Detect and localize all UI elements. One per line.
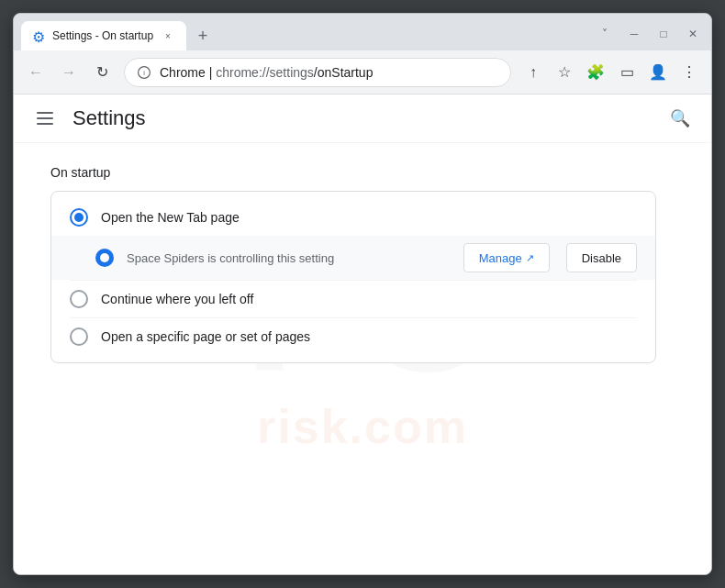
tab-favicon: ⚙	[32, 28, 47, 43]
svg-text:i: i	[143, 68, 145, 76]
toolbar: ← → ↻ i Chrome | chrome://settings/onSta…	[14, 50, 711, 94]
watermark-risk: risk.com	[257, 399, 468, 454]
toolbar-actions: ↑ ☆ 🧩 ▭ 👤 ⋮	[519, 58, 704, 87]
address-bar[interactable]: i Chrome | chrome://settings/onStartup	[124, 58, 511, 87]
option-continue-label: Continue where you left off	[101, 292, 637, 306]
title-bar: ⚙ Settings - On startup × + ˅ ─ □ ✕	[14, 14, 711, 50]
reload-button[interactable]: ↻	[87, 58, 117, 87]
option-new-tab-row[interactable]: Open the New Tab page	[51, 199, 655, 236]
option-specific-page-row[interactable]: Open a specific page or set of pages	[51, 318, 655, 355]
address-path: settings	[270, 65, 314, 80]
extension-control-row: Space Spiders is controlling this settin…	[51, 236, 655, 280]
settings-page-title: Settings	[72, 106, 652, 130]
close-button[interactable]: ✕	[682, 23, 704, 45]
disable-label: Disable	[582, 251, 621, 265]
back-button[interactable]: ←	[21, 58, 50, 87]
manage-button[interactable]: Manage ↗	[463, 243, 550, 272]
site-security-icon: i	[136, 64, 152, 81]
section-title: On startup	[50, 165, 675, 180]
tab-title: Settings - On startup	[52, 29, 155, 42]
address-highlight: /onStartup	[314, 65, 374, 80]
radio-specific-page[interactable]	[70, 327, 88, 346]
extension-icon	[95, 249, 114, 267]
address-scheme: chrome://	[216, 65, 269, 80]
chevron-down-button[interactable]: ˅	[594, 23, 616, 45]
page-content: PC risk.com Settings 🔍 On startup	[14, 94, 711, 574]
profile-button[interactable]: 👤	[643, 58, 673, 87]
sidebar-toggle-button[interactable]	[28, 102, 61, 135]
radio-new-tab-inner	[74, 213, 84, 222]
share-button[interactable]: ↑	[519, 58, 548, 87]
option-specific-page-label: Open a specific page or set of pages	[101, 329, 637, 344]
startup-options-card: Open the New Tab page Space Spiders is c…	[50, 191, 656, 363]
address-text: Chrome | chrome://settings/onStartup	[160, 65, 499, 80]
option-new-tab-label: Open the New Tab page	[101, 210, 637, 225]
radio-continue[interactable]	[70, 290, 88, 308]
search-icon: 🔍	[670, 108, 690, 128]
extensions-button[interactable]: 🧩	[581, 58, 610, 87]
window-controls: ˅ ─ □ ✕	[583, 23, 704, 45]
address-separator: |	[206, 65, 216, 80]
settings-body: On startup Open the New Tab page Space S…	[14, 143, 711, 385]
browser-window: ⚙ Settings - On startup × + ˅ ─ □ ✕ ← → …	[13, 13, 712, 575]
option-continue-row[interactable]: Continue where you left off	[51, 281, 655, 317]
hamburger-icon	[37, 112, 53, 125]
disable-button[interactable]: Disable	[566, 243, 637, 272]
radio-new-tab[interactable]	[70, 208, 88, 227]
external-link-icon: ↗	[526, 252, 534, 264]
minimize-button[interactable]: ─	[623, 23, 645, 45]
settings-header: Settings 🔍	[14, 94, 711, 143]
new-tab-button[interactable]: +	[190, 23, 216, 49]
address-brand: Chrome	[160, 65, 206, 80]
media-button[interactable]: ▭	[612, 58, 641, 87]
tab-close-button[interactable]: ×	[161, 28, 175, 43]
chrome-menu-button[interactable]: ⋮	[675, 58, 704, 87]
settings-search-button[interactable]: 🔍	[664, 102, 697, 135]
active-tab[interactable]: ⚙ Settings - On startup ×	[21, 21, 186, 50]
maximize-button[interactable]: □	[652, 23, 675, 45]
bookmark-button[interactable]: ☆	[550, 58, 579, 87]
tab-strip: ⚙ Settings - On startup × +	[21, 21, 583, 50]
extension-control-label: Space Spiders is controlling this settin…	[127, 251, 451, 265]
manage-label: Manage	[479, 251, 522, 265]
forward-button[interactable]: →	[54, 58, 84, 87]
